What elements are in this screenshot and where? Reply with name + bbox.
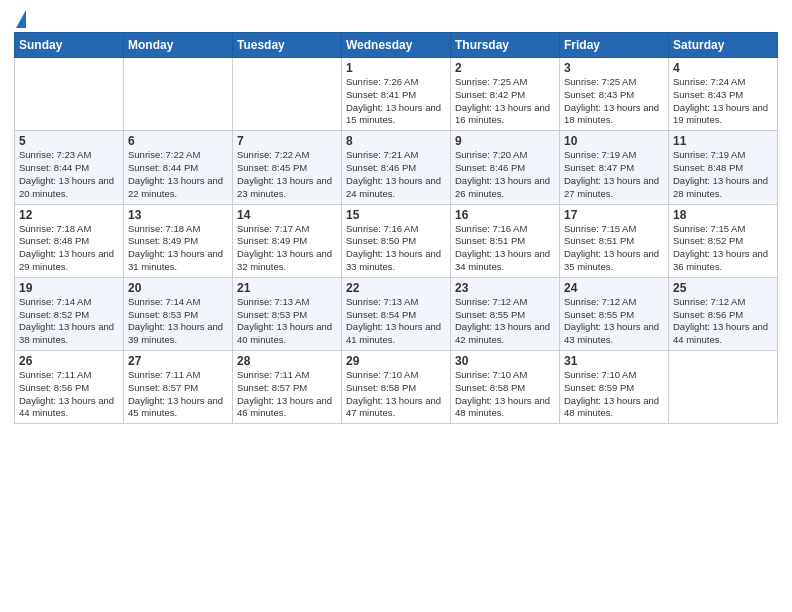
- day-number: 16: [455, 208, 555, 222]
- day-number: 23: [455, 281, 555, 295]
- day-info: Sunrise: 7:16 AM Sunset: 8:51 PM Dayligh…: [455, 223, 555, 274]
- day-info: Sunrise: 7:14 AM Sunset: 8:52 PM Dayligh…: [19, 296, 119, 347]
- day-info: Sunrise: 7:11 AM Sunset: 8:57 PM Dayligh…: [128, 369, 228, 420]
- day-number: 21: [237, 281, 337, 295]
- day-number: 3: [564, 61, 664, 75]
- weekday-header-sunday: Sunday: [15, 33, 124, 58]
- day-info: Sunrise: 7:12 AM Sunset: 8:56 PM Dayligh…: [673, 296, 773, 347]
- day-info: Sunrise: 7:25 AM Sunset: 8:43 PM Dayligh…: [564, 76, 664, 127]
- calendar-cell: 1Sunrise: 7:26 AM Sunset: 8:41 PM Daylig…: [342, 58, 451, 131]
- day-number: 24: [564, 281, 664, 295]
- weekday-header-saturday: Saturday: [669, 33, 778, 58]
- calendar-cell: [669, 351, 778, 424]
- day-number: 5: [19, 134, 119, 148]
- calendar-cell: 21Sunrise: 7:13 AM Sunset: 8:53 PM Dayli…: [233, 277, 342, 350]
- day-number: 2: [455, 61, 555, 75]
- day-info: Sunrise: 7:10 AM Sunset: 8:58 PM Dayligh…: [346, 369, 446, 420]
- day-number: 22: [346, 281, 446, 295]
- calendar-cell: 5Sunrise: 7:23 AM Sunset: 8:44 PM Daylig…: [15, 131, 124, 204]
- calendar-cell: 7Sunrise: 7:22 AM Sunset: 8:45 PM Daylig…: [233, 131, 342, 204]
- calendar-cell: [233, 58, 342, 131]
- calendar-cell: 16Sunrise: 7:16 AM Sunset: 8:51 PM Dayli…: [451, 204, 560, 277]
- day-info: Sunrise: 7:15 AM Sunset: 8:51 PM Dayligh…: [564, 223, 664, 274]
- calendar-table: SundayMondayTuesdayWednesdayThursdayFrid…: [14, 32, 778, 424]
- day-info: Sunrise: 7:15 AM Sunset: 8:52 PM Dayligh…: [673, 223, 773, 274]
- calendar-cell: [124, 58, 233, 131]
- day-number: 13: [128, 208, 228, 222]
- calendar-week-2: 5Sunrise: 7:23 AM Sunset: 8:44 PM Daylig…: [15, 131, 778, 204]
- calendar-cell: 9Sunrise: 7:20 AM Sunset: 8:46 PM Daylig…: [451, 131, 560, 204]
- calendar-body: 1Sunrise: 7:26 AM Sunset: 8:41 PM Daylig…: [15, 58, 778, 424]
- day-number: 10: [564, 134, 664, 148]
- day-info: Sunrise: 7:17 AM Sunset: 8:49 PM Dayligh…: [237, 223, 337, 274]
- calendar-cell: 20Sunrise: 7:14 AM Sunset: 8:53 PM Dayli…: [124, 277, 233, 350]
- calendar-cell: 30Sunrise: 7:10 AM Sunset: 8:58 PM Dayli…: [451, 351, 560, 424]
- weekday-header-thursday: Thursday: [451, 33, 560, 58]
- day-info: Sunrise: 7:14 AM Sunset: 8:53 PM Dayligh…: [128, 296, 228, 347]
- day-number: 11: [673, 134, 773, 148]
- weekday-header-tuesday: Tuesday: [233, 33, 342, 58]
- calendar-cell: 26Sunrise: 7:11 AM Sunset: 8:56 PM Dayli…: [15, 351, 124, 424]
- calendar-cell: 15Sunrise: 7:16 AM Sunset: 8:50 PM Dayli…: [342, 204, 451, 277]
- day-info: Sunrise: 7:19 AM Sunset: 8:47 PM Dayligh…: [564, 149, 664, 200]
- day-info: Sunrise: 7:11 AM Sunset: 8:57 PM Dayligh…: [237, 369, 337, 420]
- logo-triangle-icon: [16, 10, 26, 28]
- day-number: 19: [19, 281, 119, 295]
- calendar-week-4: 19Sunrise: 7:14 AM Sunset: 8:52 PM Dayli…: [15, 277, 778, 350]
- calendar-cell: 2Sunrise: 7:25 AM Sunset: 8:42 PM Daylig…: [451, 58, 560, 131]
- day-number: 27: [128, 354, 228, 368]
- day-info: Sunrise: 7:12 AM Sunset: 8:55 PM Dayligh…: [564, 296, 664, 347]
- calendar-cell: 29Sunrise: 7:10 AM Sunset: 8:58 PM Dayli…: [342, 351, 451, 424]
- day-number: 30: [455, 354, 555, 368]
- weekday-header-friday: Friday: [560, 33, 669, 58]
- calendar-week-1: 1Sunrise: 7:26 AM Sunset: 8:41 PM Daylig…: [15, 58, 778, 131]
- day-info: Sunrise: 7:22 AM Sunset: 8:45 PM Dayligh…: [237, 149, 337, 200]
- calendar-cell: [15, 58, 124, 131]
- calendar-cell: 6Sunrise: 7:22 AM Sunset: 8:44 PM Daylig…: [124, 131, 233, 204]
- calendar-cell: 10Sunrise: 7:19 AM Sunset: 8:47 PM Dayli…: [560, 131, 669, 204]
- day-number: 6: [128, 134, 228, 148]
- calendar-cell: 11Sunrise: 7:19 AM Sunset: 8:48 PM Dayli…: [669, 131, 778, 204]
- day-number: 7: [237, 134, 337, 148]
- day-info: Sunrise: 7:13 AM Sunset: 8:54 PM Dayligh…: [346, 296, 446, 347]
- day-number: 14: [237, 208, 337, 222]
- calendar-cell: 17Sunrise: 7:15 AM Sunset: 8:51 PM Dayli…: [560, 204, 669, 277]
- calendar-cell: 22Sunrise: 7:13 AM Sunset: 8:54 PM Dayli…: [342, 277, 451, 350]
- calendar-cell: 28Sunrise: 7:11 AM Sunset: 8:57 PM Dayli…: [233, 351, 342, 424]
- header: [14, 10, 778, 28]
- calendar-week-3: 12Sunrise: 7:18 AM Sunset: 8:48 PM Dayli…: [15, 204, 778, 277]
- day-info: Sunrise: 7:16 AM Sunset: 8:50 PM Dayligh…: [346, 223, 446, 274]
- weekday-header-monday: Monday: [124, 33, 233, 58]
- calendar-header-row: SundayMondayTuesdayWednesdayThursdayFrid…: [15, 33, 778, 58]
- day-info: Sunrise: 7:18 AM Sunset: 8:48 PM Dayligh…: [19, 223, 119, 274]
- day-number: 4: [673, 61, 773, 75]
- day-number: 26: [19, 354, 119, 368]
- calendar-cell: 23Sunrise: 7:12 AM Sunset: 8:55 PM Dayli…: [451, 277, 560, 350]
- day-info: Sunrise: 7:25 AM Sunset: 8:42 PM Dayligh…: [455, 76, 555, 127]
- day-info: Sunrise: 7:20 AM Sunset: 8:46 PM Dayligh…: [455, 149, 555, 200]
- calendar-cell: 19Sunrise: 7:14 AM Sunset: 8:52 PM Dayli…: [15, 277, 124, 350]
- day-info: Sunrise: 7:19 AM Sunset: 8:48 PM Dayligh…: [673, 149, 773, 200]
- day-info: Sunrise: 7:10 AM Sunset: 8:59 PM Dayligh…: [564, 369, 664, 420]
- day-info: Sunrise: 7:12 AM Sunset: 8:55 PM Dayligh…: [455, 296, 555, 347]
- day-number: 20: [128, 281, 228, 295]
- calendar-cell: 18Sunrise: 7:15 AM Sunset: 8:52 PM Dayli…: [669, 204, 778, 277]
- day-info: Sunrise: 7:22 AM Sunset: 8:44 PM Dayligh…: [128, 149, 228, 200]
- weekday-header-wednesday: Wednesday: [342, 33, 451, 58]
- calendar-cell: 3Sunrise: 7:25 AM Sunset: 8:43 PM Daylig…: [560, 58, 669, 131]
- day-number: 31: [564, 354, 664, 368]
- day-info: Sunrise: 7:11 AM Sunset: 8:56 PM Dayligh…: [19, 369, 119, 420]
- day-info: Sunrise: 7:18 AM Sunset: 8:49 PM Dayligh…: [128, 223, 228, 274]
- calendar-cell: 31Sunrise: 7:10 AM Sunset: 8:59 PM Dayli…: [560, 351, 669, 424]
- calendar-cell: 13Sunrise: 7:18 AM Sunset: 8:49 PM Dayli…: [124, 204, 233, 277]
- calendar-cell: 4Sunrise: 7:24 AM Sunset: 8:43 PM Daylig…: [669, 58, 778, 131]
- calendar-cell: 24Sunrise: 7:12 AM Sunset: 8:55 PM Dayli…: [560, 277, 669, 350]
- day-number: 18: [673, 208, 773, 222]
- day-info: Sunrise: 7:21 AM Sunset: 8:46 PM Dayligh…: [346, 149, 446, 200]
- day-number: 25: [673, 281, 773, 295]
- calendar-week-5: 26Sunrise: 7:11 AM Sunset: 8:56 PM Dayli…: [15, 351, 778, 424]
- calendar-cell: 14Sunrise: 7:17 AM Sunset: 8:49 PM Dayli…: [233, 204, 342, 277]
- day-info: Sunrise: 7:23 AM Sunset: 8:44 PM Dayligh…: [19, 149, 119, 200]
- calendar-cell: 27Sunrise: 7:11 AM Sunset: 8:57 PM Dayli…: [124, 351, 233, 424]
- page-container: SundayMondayTuesdayWednesdayThursdayFrid…: [0, 0, 792, 434]
